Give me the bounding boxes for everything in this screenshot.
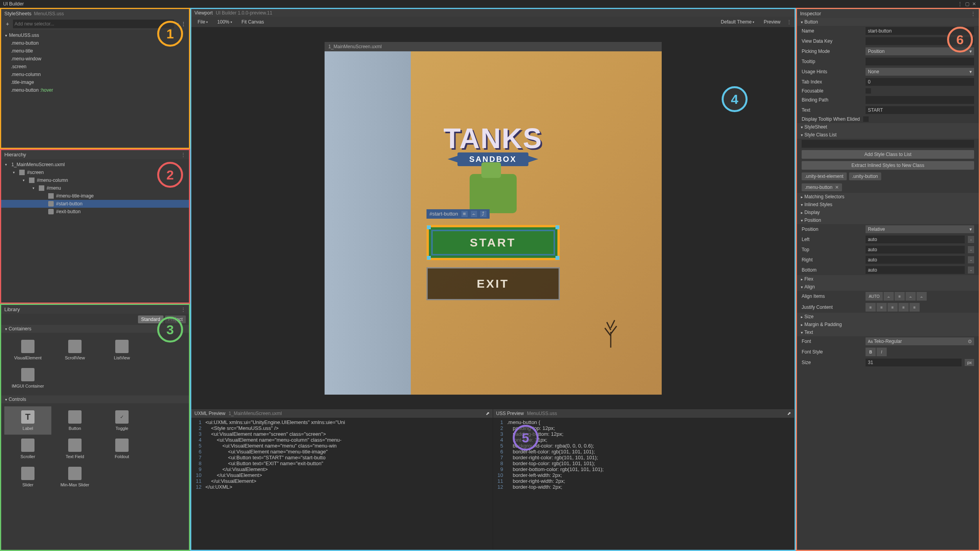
left-input[interactable] [866, 236, 965, 243]
style-chip[interactable]: .menu-button✕ [802, 183, 842, 191]
lib-listview[interactable]: ListView [98, 336, 145, 364]
popout-icon[interactable]: ⬈ [486, 411, 490, 416]
lib-minmaxslider[interactable]: Min-Max Slider [51, 463, 98, 491]
align-auto[interactable]: AUTO [866, 292, 883, 301]
lib-button[interactable]: Button [51, 406, 98, 435]
preview-button[interactable]: Preview [760, 18, 784, 25]
hierarchy-item[interactable]: ▾#menu [1, 184, 189, 192]
tabindex-input[interactable] [866, 78, 974, 86]
justify-btn[interactable]: ≡ [909, 303, 920, 312]
selector-item[interactable]: .screen [1, 63, 189, 71]
lib-visualelement[interactable]: VisualElement [4, 336, 51, 364]
position-select[interactable]: Relative▾ [866, 225, 974, 233]
justify-btn[interactable]: ≡ [877, 303, 887, 312]
panel-menu-icon[interactable]: ⋮ [181, 152, 186, 158]
lib-scroller[interactable]: Scroller [4, 435, 51, 463]
fit-canvas-button[interactable]: Fit Canvas [238, 18, 267, 25]
selector-item[interactable]: .menu-window [1, 55, 189, 63]
align-btn[interactable]: ⫠ [884, 292, 894, 301]
lib-toggle[interactable]: ✓Toggle [98, 406, 145, 435]
focusable-checkbox[interactable] [866, 88, 871, 94]
add-selector-icon[interactable]: + [4, 21, 11, 27]
justify-btn[interactable]: ≡ [866, 303, 876, 312]
lib-foldout[interactable]: Foldout [98, 435, 145, 463]
button-section[interactable]: ▾Button [797, 18, 979, 26]
displaytooltip-checkbox[interactable] [863, 116, 869, 122]
lib-textfield[interactable]: Text Field [51, 435, 98, 463]
add-styleclass-button[interactable]: Add Style Class to List [802, 150, 974, 159]
viewport-panel: Viewport UI Builder 1.0.0-preview.11 Fil… [190, 8, 796, 551]
popout-icon[interactable]: ⬈ [787, 411, 791, 416]
bold-btn[interactable]: B [866, 348, 876, 356]
bindingpath-input[interactable] [866, 96, 974, 104]
selection-overlay: #start-button ≡ ⫠ ⤴ [426, 209, 490, 219]
align-icon[interactable]: ⤴ [480, 211, 486, 217]
justify-btn[interactable]: ≡ [898, 303, 909, 312]
unit-select[interactable]: px [965, 359, 974, 366]
align-btn[interactable]: ≡ [895, 292, 905, 301]
close-icon[interactable]: ✕ [971, 1, 977, 7]
extract-styles-button[interactable]: Extract Inlined Styles to New Class [802, 161, 974, 170]
tree-decoration [599, 316, 622, 348]
panel-menu-icon[interactable]: ⋮ [181, 21, 186, 27]
selector-item[interactable]: .title-image [1, 78, 189, 86]
start-button[interactable]: START [426, 225, 560, 260]
usagehints-select[interactable]: None▾ [866, 68, 974, 76]
panel-menu-icon[interactable]: ⋮ [181, 306, 186, 312]
align-icon[interactable]: ⫠ [471, 211, 477, 217]
styleclass-input[interactable] [802, 140, 974, 148]
style-chip[interactable]: .unity-text-element [802, 172, 847, 180]
panel-menu-icon[interactable]: ⋮ [971, 11, 976, 16]
size-section[interactable]: ▸Size [797, 313, 979, 321]
align-btn[interactable]: ⫠ [906, 292, 916, 301]
unit-select[interactable]: - [968, 266, 974, 274]
inlinedstyles-section[interactable]: ▾Inlined Styles [797, 201, 979, 208]
unit-select[interactable]: - [968, 246, 974, 253]
selector-item[interactable]: .menu-button :hover [1, 86, 189, 94]
align-section[interactable]: ▾Align [797, 283, 979, 291]
uxml-code[interactable]: 1<ui:UXML xmlns:ui="UnityEngine.UIElemen… [191, 418, 493, 550]
stylesheet-section[interactable]: ▾StyleSheet [797, 123, 979, 131]
canvas-area[interactable]: 1_MainMenuScreen.uxml TANKS SANDBOX #sta… [191, 27, 795, 409]
lib-imgui[interactable]: IMGUI Container [4, 364, 51, 392]
unit-select[interactable]: - [968, 256, 974, 263]
matchingselectors-section[interactable]: ▸Matching Selectors [797, 193, 979, 201]
remove-chip-icon[interactable]: ✕ [835, 185, 839, 190]
theme-dropdown[interactable]: Default Theme▾ [718, 18, 758, 25]
italic-btn[interactable]: I [877, 348, 887, 356]
tooltip-input[interactable] [866, 58, 974, 65]
lib-scrollview[interactable]: ScrollView [51, 336, 98, 364]
fontsize-input[interactable] [866, 359, 962, 366]
position-section[interactable]: ▾Position [797, 216, 979, 224]
file-menu[interactable]: File▾ [194, 18, 211, 25]
maximize-icon[interactable]: ▢ [964, 1, 970, 7]
menu-icon[interactable]: ⋮ [957, 1, 963, 7]
right-input[interactable] [866, 256, 965, 264]
align-btn[interactable]: ⫠ [916, 292, 927, 301]
selector-item[interactable]: .menu-title [1, 47, 189, 55]
panel-menu-icon[interactable]: ⋮ [787, 19, 791, 25]
styleclasslist-section[interactable]: ▾Style Class List [797, 131, 979, 139]
exit-button[interactable]: EXIT [426, 267, 560, 300]
hierarchy-item[interactable]: #menu-title-image [1, 192, 189, 200]
zoom-dropdown[interactable]: 100%▾ [214, 18, 235, 25]
add-selector-input[interactable] [13, 20, 174, 28]
hierarchy-item[interactable]: #exit-button [1, 208, 189, 216]
font-select[interactable]: Aa Teko-Regular⊙ [866, 337, 974, 345]
unit-select[interactable]: - [968, 236, 974, 243]
display-section[interactable]: ▸Display [797, 208, 979, 216]
hierarchy-item-selected[interactable]: #start-button [1, 200, 189, 208]
controls-section[interactable]: ▾Controls [1, 395, 189, 403]
lib-label[interactable]: TLabel [4, 406, 51, 435]
flex-section[interactable]: ▸Flex [797, 275, 979, 283]
marginpadding-section[interactable]: ▸Margin & Padding [797, 321, 979, 328]
bottom-input[interactable] [866, 266, 965, 274]
align-icon[interactable]: ≡ [461, 211, 468, 217]
text-section[interactable]: ▾Text [797, 328, 979, 336]
justify-btn[interactable]: ≡ [887, 303, 898, 312]
selector-item[interactable]: .menu-column [1, 71, 189, 78]
text-input[interactable] [866, 106, 974, 114]
lib-slider[interactable]: Slider [4, 463, 51, 491]
style-chip[interactable]: .unity-button [849, 172, 881, 180]
top-input[interactable] [866, 246, 965, 254]
